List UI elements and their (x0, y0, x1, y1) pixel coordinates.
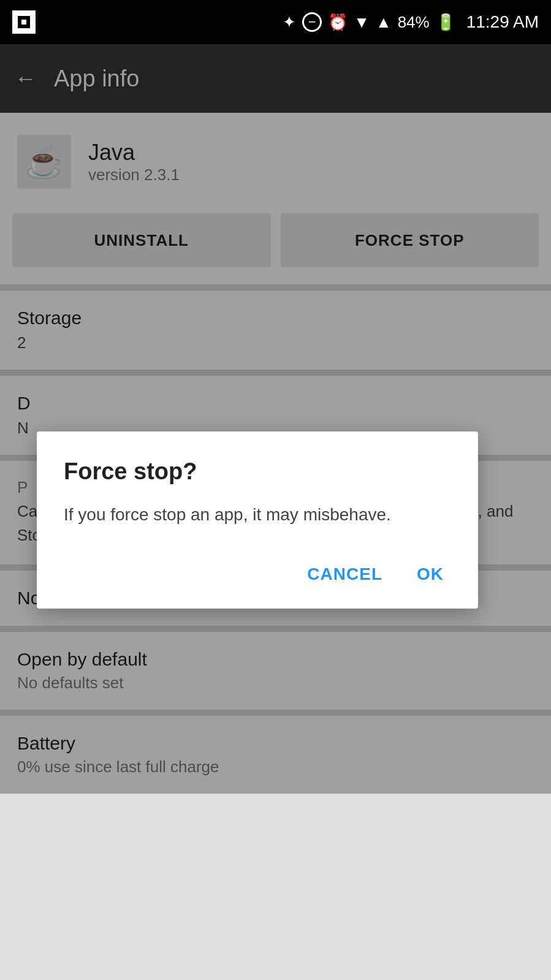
signal-icon: ▲ (376, 13, 392, 32)
page-title: App info (54, 66, 139, 92)
battery-percent: 84% (398, 13, 430, 32)
force-stop-dialog: Force stop? If you force stop an app, it… (37, 431, 478, 609)
dialog-ok-button[interactable]: OK (409, 560, 451, 589)
battery-icon: 🔋 (436, 13, 455, 32)
dialog-cancel-button[interactable]: CANCEL (300, 560, 390, 589)
alarm-icon: ⏰ (328, 13, 348, 32)
dnd-icon: − (302, 12, 322, 32)
status-bar: ✦ − ⏰ ▼ ▲ 84% 🔋 11:29 AM (0, 0, 551, 44)
status-time: 11:29 AM (466, 12, 539, 32)
dialog-title: Force stop? (64, 458, 451, 485)
dialog-buttons: CANCEL OK (64, 560, 451, 589)
main-content: ☕ Java version 2.3.1 UNINSTALL FORCE STO… (0, 113, 551, 794)
notification-icon (12, 10, 36, 34)
status-bar-left (12, 10, 36, 34)
bluetooth-icon: ✦ (283, 13, 296, 32)
status-bar-right: ✦ − ⏰ ▼ ▲ 84% 🔋 11:29 AM (283, 12, 539, 32)
dialog-message: If you force stop an app, it may misbeha… (64, 502, 451, 528)
app-bar: ← App info (0, 44, 551, 113)
wifi-icon: ▼ (354, 13, 370, 32)
back-button[interactable]: ← (15, 66, 37, 91)
